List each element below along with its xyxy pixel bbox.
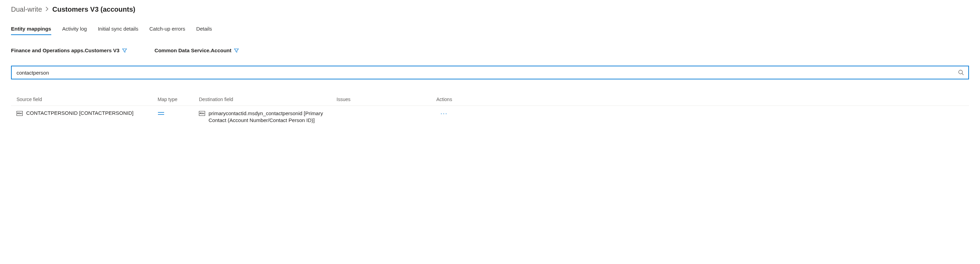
column-header-source[interactable]: Source field: [16, 96, 158, 102]
filter-icon[interactable]: [234, 48, 239, 53]
svg-line-1: [962, 74, 964, 75]
column-header-actions[interactable]: Actions: [436, 96, 477, 102]
search-input[interactable]: [16, 66, 958, 79]
breadcrumb-parent[interactable]: Dual-write: [11, 5, 42, 13]
source-field-text: CONTACTPERSONID [CONTACTPERSONID]: [26, 110, 134, 116]
cell-source-field: Abc CONTACTPERSONID [CONTACTPERSONID]: [16, 110, 158, 116]
breadcrumb: Dual-write Customers V3 (accounts): [11, 5, 969, 13]
destination-field-text: primarycontactid.msdyn_contactpersonid […: [208, 110, 337, 124]
tab-entity-mappings[interactable]: Entity mappings: [11, 24, 51, 35]
chevron-right-icon: [45, 6, 49, 13]
column-header-issues[interactable]: Issues: [337, 96, 436, 102]
search-box[interactable]: [11, 66, 969, 79]
tab-catch-up-errors[interactable]: Catch-up errors: [150, 24, 185, 35]
source-entity-label[interactable]: Finance and Operations apps.Customers V3: [11, 47, 127, 53]
breadcrumb-current: Customers V3 (accounts): [52, 5, 135, 13]
table-header-row: Source field Map type Destination field …: [11, 93, 969, 106]
tab-bar: Entity mappings Activity log Initial syn…: [11, 24, 969, 35]
cell-destination-field: Abc primarycontactid.msdyn_contactperson…: [199, 110, 337, 124]
equals-icon: [158, 110, 164, 117]
source-entity-text: Finance and Operations apps.Customers V3: [11, 47, 119, 53]
table-row[interactable]: Abc CONTACTPERSONID [CONTACTPERSONID] Ab…: [11, 106, 969, 128]
cell-actions[interactable]: ···: [436, 110, 477, 117]
tab-activity-log[interactable]: Activity log: [62, 24, 87, 35]
more-icon[interactable]: ···: [436, 110, 448, 117]
filter-icon[interactable]: [122, 48, 127, 53]
destination-entity-text: Common Data Service.Account: [154, 47, 231, 53]
column-header-maptype[interactable]: Map type: [158, 96, 199, 102]
text-type-icon: Abc: [199, 111, 205, 116]
destination-entity-label[interactable]: Common Data Service.Account: [154, 47, 239, 53]
search-icon[interactable]: [958, 70, 964, 76]
entity-filter-row: Finance and Operations apps.Customers V3…: [11, 47, 969, 53]
svg-point-0: [959, 70, 963, 74]
column-header-destination[interactable]: Destination field: [199, 96, 337, 102]
cell-map-type[interactable]: [158, 110, 199, 117]
text-type-icon: Abc: [16, 111, 23, 116]
tab-initial-sync-details[interactable]: Initial sync details: [98, 24, 138, 35]
tab-details[interactable]: Details: [196, 24, 212, 35]
